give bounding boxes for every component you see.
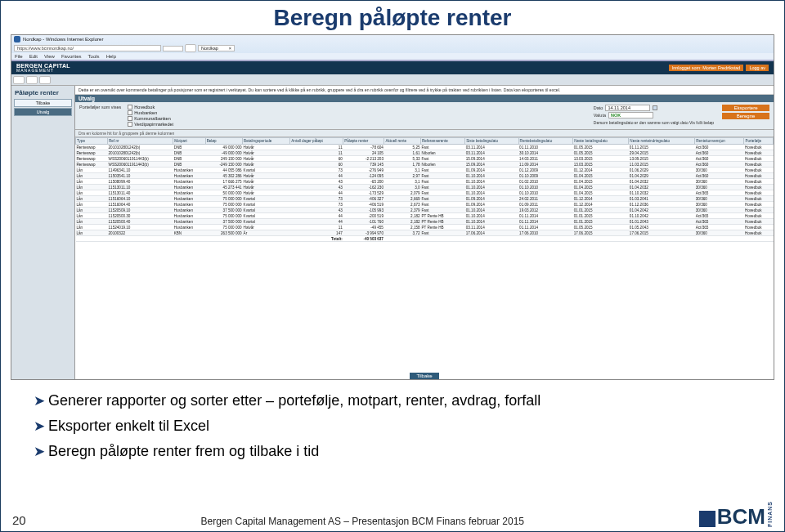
- nav-print-icon[interactable]: [39, 76, 51, 84]
- browser-tab[interactable]: Nordkap ×: [198, 45, 235, 51]
- sidebar-utvalg-button[interactable]: Utvalg: [14, 108, 72, 116]
- portfolio-option[interactable]: Kommunalbanken: [128, 116, 173, 121]
- nav-back-icon[interactable]: [13, 76, 25, 84]
- column-header[interactable]: Beløp: [205, 138, 242, 145]
- table-row[interactable]: Renteswap2010102801242(b)DNB49 000 000Ha…: [76, 145, 774, 150]
- ie-menu-favorites[interactable]: Favorites: [61, 54, 82, 59]
- table-row[interactable]: Lån11496341.10Husbanken44 055 086Kvartal…: [76, 168, 774, 173]
- column-header[interactable]: Portefølje: [744, 138, 774, 145]
- table-row[interactable]: Lån11513011.10Husbanken45 273 441Halvår4…: [76, 185, 774, 190]
- table-row[interactable]: Lån11503541.10Husbanken45 302 286Halvår4…: [76, 173, 774, 179]
- cell: 11508099.40: [108, 179, 173, 185]
- cell: 14.03.2011: [518, 156, 573, 162]
- column-header[interactable]: Betalingsperiode: [243, 138, 290, 145]
- table-row[interactable]: Lån11520500.40Husbanken37 500 000Kvartal…: [76, 219, 774, 225]
- column-header[interactable]: Type: [76, 138, 108, 145]
- table-row[interactable]: Lån11524019.10Husbanken75 000 000Halvår1…: [76, 225, 774, 230]
- data-grid[interactable]: TypeRef.nrMotpartBeløpBetalingsperiodeAn…: [75, 137, 774, 242]
- tab-close-icon[interactable]: ×: [229, 46, 231, 51]
- cell: 30/360: [695, 168, 744, 173]
- table-row[interactable]: Lån20100322KBN263 500 000År147-3 994 970…: [76, 230, 774, 236]
- column-header[interactable]: Siste betalingsdato: [465, 138, 518, 145]
- cell: 20100322: [108, 230, 173, 236]
- ie-menu-tools[interactable]: Tools: [88, 54, 100, 59]
- table-row[interactable]: Lån11520500.30Husbanken75 000 000Kvartal…: [76, 213, 774, 219]
- cell: 249 150 000: [205, 156, 242, 162]
- cell: Hovedbok: [744, 230, 774, 236]
- checkbox-icon[interactable]: [128, 122, 132, 127]
- cell: -162 230: [343, 185, 384, 190]
- tilbake-button[interactable]: Tilbake: [410, 373, 438, 379]
- table-row[interactable]: Lån11508099.40Husbanken17 666 275Halvår4…: [76, 179, 774, 185]
- cell: Hovedbok: [744, 173, 774, 179]
- cell: 01.02.2010: [518, 179, 573, 185]
- cell: Husbanken: [173, 213, 205, 219]
- table-row[interactable]: Lån11513011.40Husbanken50 000 000Halvår4…: [76, 190, 774, 196]
- table-row[interactable]: Lån11520509.10Husbanken37 500 000Kvartal…: [76, 208, 774, 213]
- logoff-button[interactable]: Logg av: [746, 65, 769, 71]
- tab-label: Nordkap: [201, 46, 218, 51]
- cell: Renteswap: [76, 156, 108, 162]
- cell: Lån: [76, 173, 108, 179]
- table-row[interactable]: Renteswap2010102801242(b)DNB-49 000 000H…: [76, 150, 774, 156]
- cell: 44: [290, 173, 343, 179]
- column-header[interactable]: Neste renteindringsdato: [629, 138, 695, 145]
- cell: 11.09.2014: [518, 162, 573, 168]
- checkbox-icon[interactable]: [128, 116, 132, 121]
- address-bar[interactable]: https://www.bcmnordkap.no/: [14, 45, 161, 51]
- cell: Husbanken: [173, 173, 205, 179]
- search-box[interactable]: [163, 46, 183, 51]
- portfolio-option[interactable]: Husbanken: [128, 110, 173, 115]
- valuta-input[interactable]: NOK: [608, 112, 653, 118]
- column-header[interactable]: Neste betalingsdato: [573, 138, 629, 145]
- column-header[interactable]: Rentebetalingsdato: [518, 138, 573, 145]
- portfolio-option[interactable]: Hovedbok: [128, 105, 173, 110]
- cell: Act/360: [695, 162, 744, 168]
- checkbox-icon[interactable]: [128, 105, 132, 110]
- column-header[interactable]: Referanserente: [421, 138, 465, 145]
- ie-menu-help[interactable]: Help: [106, 54, 116, 59]
- cell: 17.06.2014: [465, 230, 518, 236]
- cell: 2,379: [384, 208, 421, 213]
- column-header[interactable]: Rentekonvensjon: [695, 138, 744, 145]
- ie-menu-edit[interactable]: Edit: [29, 54, 38, 59]
- table-row[interactable]: Lån11516064.10Husbanken75 000 000Kvartal…: [76, 196, 774, 202]
- column-header[interactable]: Aktuell rente: [384, 138, 421, 145]
- portfolio-option[interactable]: Verdipapirmarkedet: [128, 122, 173, 127]
- beregne-button[interactable]: Beregne: [722, 113, 769, 119]
- page-number: 20: [12, 513, 26, 527]
- refresh-icon[interactable]: [185, 44, 196, 52]
- cell: -49 000 000: [205, 150, 242, 156]
- cell: 3,1: [384, 168, 421, 173]
- table-row[interactable]: RenteswapWSS2006011911443(b)DNB249 150 0…: [76, 156, 774, 162]
- eksportere-button[interactable]: Eksportere: [722, 105, 769, 111]
- cell: 15.09.2014: [465, 162, 518, 168]
- checkbox-icon[interactable]: [128, 110, 132, 115]
- cell: 2,182: [384, 213, 421, 219]
- cell: 01.12.2014: [573, 168, 629, 173]
- cell: DNB: [173, 145, 205, 150]
- table-row[interactable]: Lån11516064.40Husbanken75 000 000Kvartal…: [76, 202, 774, 208]
- cell: 2,182: [384, 219, 421, 225]
- nav-fwd-icon[interactable]: [26, 76, 38, 84]
- bullet-text: Eksporter enkelt til Excel: [48, 418, 209, 435]
- cell: 17.06.2010: [518, 230, 573, 236]
- cell: PT Rente HB: [421, 219, 465, 225]
- cell: 44 055 086: [205, 168, 242, 173]
- cell: 01.11.2014: [518, 225, 573, 230]
- dato-input[interactable]: 14.11.2014: [605, 105, 650, 111]
- cell: 60: [290, 156, 343, 162]
- column-header[interactable]: Påløpte renter: [343, 138, 384, 145]
- cell: 739 145: [343, 162, 384, 168]
- option-label: Kommunalbanken: [134, 116, 170, 121]
- column-header[interactable]: Motpart: [173, 138, 205, 145]
- column-header[interactable]: Ref.nr: [108, 138, 173, 145]
- table-row[interactable]: RenteswapWSS2006011911443(b)DNB-249 150 …: [76, 162, 774, 168]
- column-header[interactable]: Antall dager påløpt: [290, 138, 343, 145]
- cell: Husbanken: [173, 168, 205, 173]
- ie-menu-file[interactable]: File: [15, 54, 23, 59]
- cell: -200 519: [343, 213, 384, 219]
- ie-menu-view[interactable]: View: [44, 54, 55, 59]
- sidebar-tilbake-button[interactable]: Tilbake: [14, 99, 72, 107]
- calendar-icon[interactable]: [653, 105, 657, 110]
